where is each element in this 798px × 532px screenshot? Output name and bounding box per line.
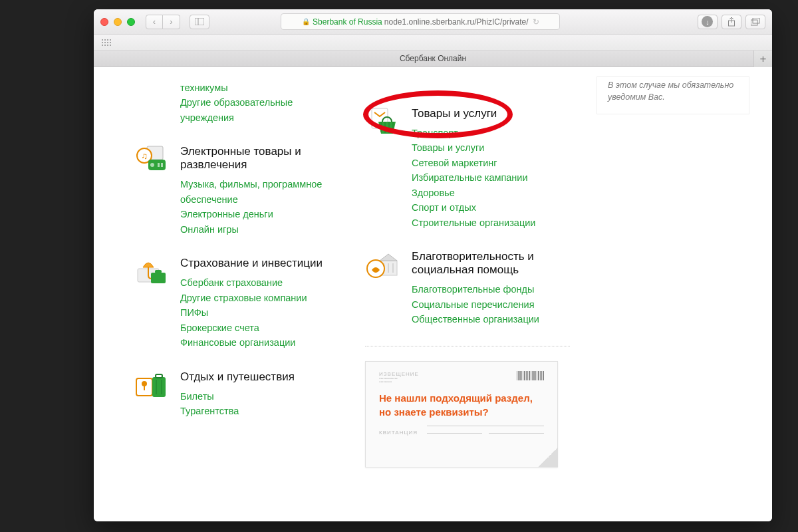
link[interactable]: Товары и услуги (412, 140, 570, 155)
link[interactable]: Сбербанк страхование (180, 275, 338, 290)
grip-icon[interactable] (102, 39, 111, 46)
link[interactable]: Музыка, фильмы, программное обеспечение (180, 177, 338, 207)
link[interactable]: Сетевой маркетинг (412, 156, 570, 170)
tab-title[interactable]: Сбербанк Онлайн (400, 54, 466, 63)
link[interactable]: Брокерские счета (180, 321, 338, 335)
category-title: Отдых и путешествия (180, 370, 338, 384)
receipt-decor: ▪▪▪▪▪▪▪▪▪▪▪▪▪▪▪▪▪▪▪▪▪▪ (379, 377, 419, 384)
notice-text: В этом случае мы обязательно уведомим Ва… (608, 80, 733, 102)
new-tab-button[interactable]: + (753, 51, 772, 67)
category-title: Электронные товары и развлечения (180, 145, 338, 172)
left-column: техникумы Другие образовательные учрежде… (134, 80, 338, 438)
downloads-button[interactable]: ↓ (698, 15, 718, 29)
link[interactable]: Избирательные кампании (412, 170, 570, 185)
orphan-links: техникумы Другие образовательные учрежде… (180, 80, 338, 125)
tab-bar: Сбербанк Онлайн + (94, 51, 772, 67)
entertainment-icon: ♫ (134, 144, 170, 176)
barcode-icon (517, 371, 544, 380)
category-title: Страхование и инвестиции (180, 257, 338, 270)
category-title: Благотворительность и социальная помощь (412, 250, 570, 277)
link[interactable]: Социальные перечисления (412, 297, 570, 312)
link[interactable]: ПИФы (180, 305, 338, 320)
minimize-window-button[interactable] (114, 18, 122, 26)
link[interactable]: Онлайн игры (180, 222, 338, 237)
svg-marker-25 (380, 254, 397, 261)
forward-button[interactable]: › (163, 15, 180, 29)
goods-icon (365, 106, 401, 138)
site-name: Sberbank of Russia (313, 17, 382, 27)
right-column: Товары и услуги Транспорт Товары и услуг… (365, 80, 570, 467)
sidebar-icon (195, 18, 204, 25)
category-title: Товары и услуги (412, 107, 570, 120)
address-bar[interactable]: 🔒 Sberbank of Russia node1.online.sberba… (281, 13, 560, 30)
url-path: node1.online.sberbank.ru/PhizIC/private/ (384, 17, 529, 27)
sidebar: В этом случае мы обязательно уведомим Ва… (597, 80, 749, 114)
category-travel: Отдых и путешествия Билеты Турагентства (134, 369, 338, 419)
insurance-icon (134, 255, 170, 287)
download-icon: ↓ (702, 16, 713, 27)
link-orphan-0[interactable]: техникумы (180, 80, 338, 95)
browser-window: ‹ › 🔒 Sberbank of Russia node1.online.sb… (94, 9, 772, 521)
svg-rect-16 (155, 270, 162, 273)
svg-text:♫: ♫ (141, 151, 148, 161)
tabs-button[interactable] (745, 15, 765, 29)
link[interactable]: Другие страховые компании (180, 291, 338, 305)
receipt-card[interactable]: ИЗВЕЩЕНИЕ ▪▪▪▪▪▪▪▪▪▪▪▪▪▪▪▪▪▪▪▪▪▪ Не нашл… (365, 361, 558, 467)
charity-icon (365, 249, 401, 281)
page-content: техникумы Другие образовательные учрежде… (94, 67, 772, 521)
titlebar: ‹ › 🔒 Sberbank of Russia node1.online.sb… (94, 9, 772, 35)
page-curl-icon (538, 448, 558, 467)
toolbar-right: ↓ (698, 15, 765, 29)
link[interactable]: Транспорт (412, 126, 570, 140)
share-button[interactable] (722, 15, 741, 29)
svg-rect-15 (151, 273, 166, 283)
link[interactable]: Здоровье (412, 186, 570, 200)
receipt-label: КВИТАНЦИЯ (379, 430, 418, 436)
travel-icon (134, 369, 170, 401)
close-window-button[interactable] (100, 18, 108, 26)
receipt-title: Не нашли подходящий раздел, но знаете ре… (379, 392, 544, 419)
maximize-window-button[interactable] (127, 18, 135, 26)
link[interactable]: Благотворительные фонды (412, 282, 570, 297)
nav-buttons: ‹ › (146, 15, 180, 29)
link[interactable]: Финансовые организации (180, 335, 338, 350)
lock-icon: 🔒 (302, 18, 310, 25)
svg-rect-4 (751, 20, 757, 25)
link[interactable]: Билеты (180, 389, 338, 404)
svg-rect-19 (152, 377, 166, 397)
sidebar-toggle-button[interactable] (190, 15, 209, 29)
tabs-icon (751, 18, 760, 26)
divider (365, 346, 570, 346)
svg-point-10 (150, 163, 154, 167)
window-controls (100, 18, 135, 26)
reader-icon[interactable]: ↻ (533, 17, 539, 27)
notice-box: В этом случае мы обязательно уведомим Ва… (597, 76, 749, 114)
link[interactable]: Спорт и отдых (412, 200, 570, 215)
svg-rect-0 (195, 18, 204, 25)
link[interactable]: Строительные организации (412, 215, 570, 230)
category-entertainment: ♫ Электронные товары и развлечения Музык… (134, 144, 338, 237)
back-button[interactable]: ‹ (146, 15, 163, 29)
svg-rect-5 (753, 18, 759, 23)
link-orphan-1[interactable]: Другие образовательные учреждения (180, 95, 338, 125)
share-icon (728, 17, 735, 27)
svg-rect-20 (156, 374, 162, 378)
link[interactable]: Электронные деньги (180, 207, 338, 221)
category-insurance: Страхование и инвестиции Сбербанк страхо… (134, 255, 338, 350)
svg-rect-12 (161, 163, 163, 167)
link[interactable]: Турагентства (180, 404, 338, 418)
svg-rect-11 (158, 163, 160, 167)
category-goods: Товары и услуги Транспорт Товары и услуг… (365, 106, 570, 230)
category-charity: Благотворительность и социальная помощь … (365, 249, 570, 327)
link[interactable]: Общественные организации (412, 312, 570, 327)
favorites-bar (94, 35, 772, 51)
